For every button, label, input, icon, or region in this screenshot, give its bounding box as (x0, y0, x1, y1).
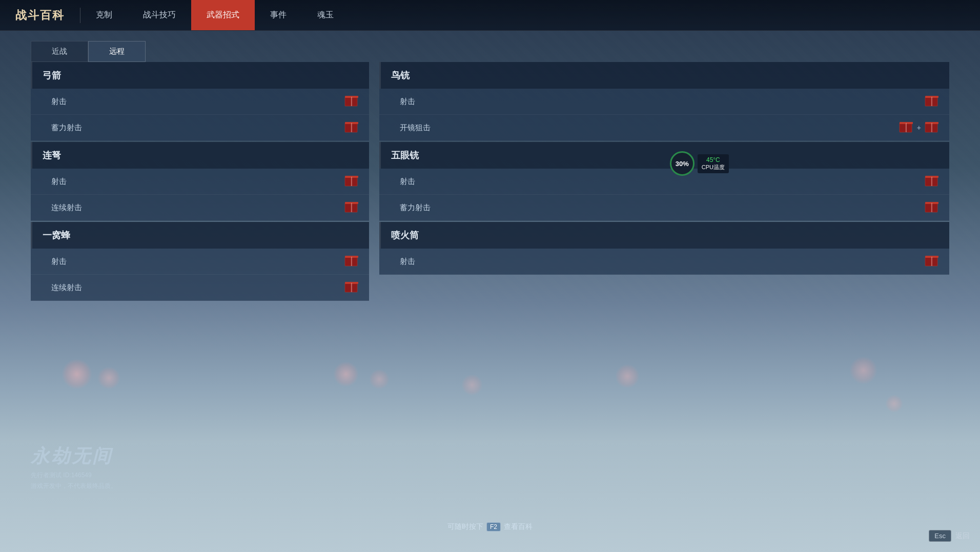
category-repeating-bow: 连弩 射击 连 (31, 142, 369, 221)
esc-key-badge[interactable]: Esc (929, 530, 951, 542)
musket-scope-item[interactable]: 开镜狙击 + (379, 115, 949, 141)
orb-4 (369, 369, 390, 390)
category-swarm: 一窝蜂 射击 (31, 222, 369, 301)
five-eye-shoot-item[interactable]: 射击 (379, 169, 949, 195)
nav-item-events[interactable]: 事件 (255, 0, 302, 30)
svg-rect-17 (351, 257, 357, 266)
esc-action-label: 返回 (955, 531, 970, 541)
repeating-continuous-item[interactable]: 连续射击 (31, 195, 369, 221)
swarm-continuous-label: 连续射击 (51, 283, 82, 293)
cpu-overlay: 30% 45°C CPU温度 (670, 151, 729, 176)
repeating-shoot-icon-area (344, 176, 359, 187)
category-five-eye: 五眼铳 射击 (379, 142, 949, 221)
tab-melee[interactable]: 近战 (31, 41, 88, 62)
left-panel: 弓箭 射击 蓄 (31, 62, 369, 302)
plus-sign: + (917, 124, 921, 132)
book-icon-swarm-shoot (344, 256, 359, 267)
nav-item-counter[interactable]: 克制 (80, 0, 128, 30)
topbar: 战斗百科 克制 战斗技巧 武器招式 事件 魂玉 (0, 0, 980, 31)
bow-shoot-item[interactable]: 射击 (31, 89, 369, 115)
flame-shoot-item[interactable]: 射击 (379, 249, 949, 275)
book-icon-repeating-continuous (344, 202, 359, 213)
swarm-shoot-icon-area (344, 256, 359, 267)
category-musket-header: 鸟铳 (379, 62, 949, 89)
category-flamethrower-header: 喷火筒 (379, 222, 949, 249)
orb-1 (62, 359, 92, 390)
book-icon-bow-charge (344, 122, 359, 133)
musket-scope-label: 开镜狙击 (400, 123, 431, 133)
cpu-temp-value: 45°C (706, 156, 720, 163)
repeating-continuous-label: 连续射击 (51, 203, 82, 213)
orb-2 (97, 366, 120, 390)
bow-charge-item[interactable]: 蓄力射击 (31, 115, 369, 141)
five-eye-charge-label: 蓄力射击 (400, 203, 431, 213)
svg-rect-45 (931, 257, 937, 266)
swarm-continuous-item[interactable]: 连续射击 (31, 275, 369, 301)
svg-rect-21 (351, 283, 357, 292)
repeating-continuous-icon-area (344, 202, 359, 213)
orb-8 (461, 374, 483, 396)
category-bow: 弓箭 射击 蓄 (31, 62, 369, 141)
svg-rect-12 (345, 203, 351, 212)
book-icon-bow-shoot (344, 96, 359, 107)
esc-area: Esc 返回 (929, 530, 970, 542)
orb-5 (849, 356, 877, 384)
hint-prefix: 可随时按下 (447, 522, 483, 531)
svg-rect-29 (906, 123, 912, 132)
swarm-continuous-icon-area (344, 282, 359, 293)
nav-item-weapon-moves[interactable]: 武器招式 (191, 0, 255, 30)
svg-rect-41 (931, 203, 937, 212)
cpu-temp-display: 45°C CPU温度 (698, 154, 729, 173)
swarm-shoot-label: 射击 (51, 257, 67, 267)
musket-scope-icon-area: + (899, 122, 939, 133)
bottom-watermark: 永劫无间 先行者测试 ID:146549 游戏开发中，不代表最终品质。 (31, 444, 117, 490)
panels-container: 弓箭 射击 蓄 (31, 62, 949, 302)
svg-rect-8 (345, 177, 351, 186)
repeating-shoot-item[interactable]: 射击 (31, 169, 369, 195)
right-panel: 鸟铳 射击 开 (379, 62, 949, 302)
orb-7 (615, 364, 640, 389)
book-icon-musket-scope-1 (899, 122, 913, 133)
game-logo-text: 永劫无间 (31, 444, 117, 469)
tab-ranged[interactable]: 远程 (88, 41, 146, 62)
five-eye-charge-item[interactable]: 蓄力射击 (379, 195, 949, 221)
svg-rect-20 (345, 283, 351, 292)
svg-rect-5 (351, 123, 357, 132)
five-eye-charge-icon-area (925, 202, 939, 213)
nav-item-soul-gem[interactable]: 魂玉 (302, 0, 349, 30)
bow-charge-label: 蓄力射击 (51, 123, 82, 133)
svg-rect-25 (931, 97, 937, 106)
main-content: 近战 远程 弓箭 射击 (31, 41, 949, 302)
swarm-shoot-item[interactable]: 射击 (31, 249, 369, 275)
hint-suffix: 查看百科 (504, 522, 533, 531)
orb-6 (885, 395, 903, 413)
musket-shoot-label: 射击 (400, 97, 415, 107)
svg-rect-36 (925, 177, 931, 186)
svg-rect-44 (925, 257, 931, 266)
svg-rect-24 (925, 97, 931, 106)
repeating-shoot-label: 射击 (51, 177, 67, 187)
five-eye-shoot-icon-area (925, 176, 939, 187)
watermark-line2: 游戏开发中，不代表最终品质。 (31, 482, 117, 490)
book-icon-flame-shoot (925, 256, 939, 267)
book-icon-five-eye-charge (925, 202, 939, 213)
svg-rect-1 (351, 97, 357, 106)
book-icon-repeating-shoot (344, 176, 359, 187)
book-icon-swarm-continuous (344, 282, 359, 293)
category-swarm-header: 一窝蜂 (31, 222, 369, 249)
bottom-hint: 可随时按下 F2 查看百科 (447, 522, 533, 531)
category-five-eye-header: 五眼铳 (379, 142, 949, 169)
svg-rect-9 (351, 177, 357, 186)
svg-rect-0 (345, 97, 351, 106)
svg-rect-13 (351, 203, 357, 212)
five-eye-shoot-label: 射击 (400, 177, 415, 187)
main-nav: 克制 战斗技巧 武器招式 事件 魂玉 (80, 0, 349, 30)
musket-shoot-item[interactable]: 射击 (379, 89, 949, 115)
flame-shoot-label: 射击 (400, 257, 415, 267)
cpu-percent-circle: 30% (670, 151, 695, 176)
nav-item-combat-tips[interactable]: 战斗技巧 (128, 0, 191, 30)
app-title: 战斗百科 (0, 8, 80, 23)
svg-rect-37 (931, 177, 937, 186)
bow-charge-icon-area (344, 122, 359, 133)
category-bow-header: 弓箭 (31, 62, 369, 89)
